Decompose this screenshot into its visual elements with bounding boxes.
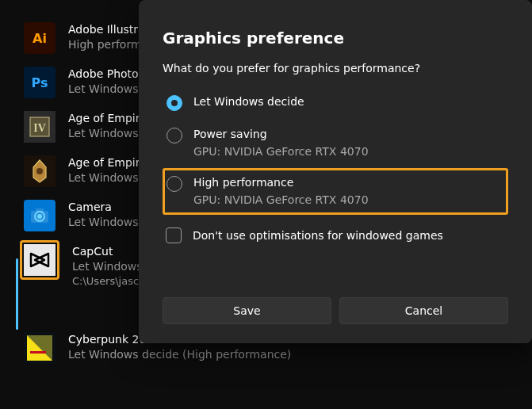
checkbox-icon (166, 227, 182, 243)
windowed-opt-checkbox-row[interactable]: Don't use optimisations for windowed gam… (163, 227, 508, 243)
dialog-question: What do you prefer for graphics performa… (163, 62, 508, 75)
dialog-buttons: Save Cancel (163, 297, 508, 324)
aoe2-icon (24, 155, 55, 187)
radio-icon (166, 128, 182, 143)
graphics-preference-dialog: Graphics preference What do you prefer f… (139, 0, 532, 343)
checkbox-label: Don't use optimisations for windowed gam… (193, 229, 443, 242)
cyberpunk-icon (24, 332, 55, 364)
radio-icon (166, 95, 182, 111)
camera-icon (24, 200, 55, 231)
app-sub: Let Windows decide (High performance) (68, 347, 291, 362)
capcut-highlight-box (20, 240, 59, 280)
option-label: Let Windows decide (193, 94, 304, 110)
option-let-windows-decide[interactable]: Let Windows decide (163, 87, 508, 120)
aoe4-icon: IV (24, 111, 55, 143)
svg-rect-8 (36, 208, 44, 212)
dialog-title: Graphics preference (163, 29, 508, 48)
svg-rect-9 (24, 244, 55, 276)
svg-point-4 (36, 168, 43, 174)
cancel-button[interactable]: Cancel (339, 297, 508, 324)
svg-point-7 (37, 214, 42, 219)
illustrator-icon: Ai (24, 22, 55, 54)
radio-icon (166, 176, 182, 192)
svg-text:IV: IV (33, 122, 46, 134)
capcut-icon (24, 244, 55, 276)
svg-rect-12 (30, 351, 46, 354)
options-group: Let Windows decide Power saving GPU: NVI… (163, 87, 508, 215)
option-high-performance[interactable]: High performance GPU: NVIDIA GeForce RTX… (163, 168, 508, 215)
option-label: Power saving (193, 127, 369, 143)
selection-indicator (16, 258, 18, 330)
option-label: High performance (193, 175, 369, 191)
option-sub: GPU: NVIDIA GeForce RTX 4070 (193, 144, 369, 160)
photoshop-icon: Ps (24, 67, 55, 98)
save-button[interactable]: Save (163, 297, 331, 324)
option-power-saving[interactable]: Power saving GPU: NVIDIA GeForce RTX 407… (163, 120, 508, 168)
option-sub: GPU: NVIDIA GeForce RTX 4070 (193, 193, 369, 208)
